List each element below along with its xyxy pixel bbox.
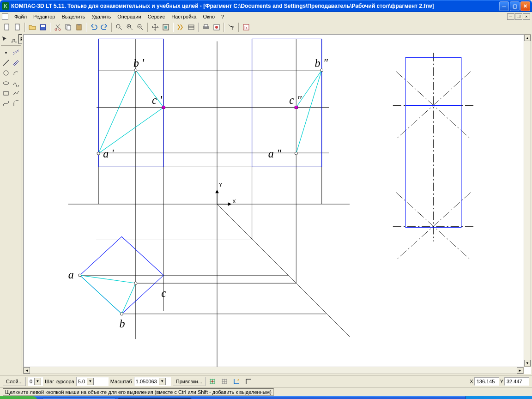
coord-x-field[interactable]: 136.145 [474, 377, 499, 386]
menu-settings[interactable]: Настройка [168, 13, 200, 20]
svg-line-64 [80, 275, 122, 314]
point-tool[interactable] [1, 48, 11, 57]
horizontal-scrollbar[interactable]: ◄ ► [23, 367, 524, 374]
scale-dropdown[interactable]: 1.050063▼ [134, 377, 171, 386]
svg-point-76 [212, 381, 213, 382]
line-tool[interactable] [1, 58, 11, 67]
undo-button[interactable] [89, 22, 99, 32]
svg-rect-7 [67, 25, 71, 30]
scroll-left-button[interactable]: ◄ [24, 367, 30, 374]
menu-help[interactable]: ? [218, 13, 227, 20]
arc-tool[interactable] [11, 68, 21, 78]
axis-x-label: X [232, 199, 236, 204]
mdi-minimize-button[interactable]: ─ [507, 13, 514, 20]
new-doc-button[interactable] [12, 22, 23, 32]
svg-rect-9 [78, 24, 80, 25]
svg-point-69 [79, 274, 81, 277]
cut-button[interactable] [53, 22, 63, 32]
svg-rect-17 [204, 24, 208, 27]
coord-y-field[interactable]: 32.447 [504, 377, 529, 386]
variables-button[interactable]: fx [241, 22, 251, 32]
layer-dropdown[interactable]: 0▼ [28, 377, 43, 386]
print-button[interactable] [201, 22, 211, 32]
layer-button[interactable]: Слой... [3, 377, 26, 386]
ellipse-tool[interactable] [1, 78, 11, 88]
local-cs-button[interactable] [231, 376, 242, 387]
ortho-button[interactable] [243, 376, 254, 387]
menu-window[interactable]: Окно [200, 13, 218, 20]
paste-button[interactable] [74, 22, 84, 32]
drawing-svg: X Y a ' b ' c ' a " b " c " a b c [24, 35, 530, 373]
scroll-up-button[interactable]: ▲ [524, 35, 531, 41]
zoom-window-button[interactable] [114, 22, 124, 32]
spline-tool[interactable] [11, 78, 21, 88]
menu-operations[interactable]: Операции [114, 13, 144, 20]
svg-point-19 [215, 26, 218, 29]
copy-button[interactable] [63, 22, 73, 32]
mdi-close-button[interactable]: × [523, 13, 530, 20]
drawing-canvas[interactable]: X Y a ' b ' c ' a " b " c " a b c ◄ [22, 33, 532, 375]
label-b: b [120, 317, 125, 330]
label-c-prime: c ' [152, 94, 163, 106]
status-bar-controls: Слой... 0▼ Шаг курсора 5.0▼ Масштаб 1.05… [0, 375, 532, 387]
open-button[interactable] [27, 22, 37, 32]
menu-editor[interactable]: Редактор [30, 13, 58, 20]
redo-button[interactable] [99, 22, 109, 32]
svg-line-30 [217, 204, 350, 337]
circle-tool[interactable] [1, 68, 11, 78]
menu-file[interactable]: Файл [11, 13, 30, 20]
svg-rect-15 [188, 25, 194, 30]
step-dropdown[interactable]: 5.0▼ [76, 377, 109, 386]
properties-button[interactable] [212, 22, 222, 32]
snap-grid-button[interactable] [219, 376, 230, 387]
svg-point-65 [97, 152, 100, 155]
app-icon: K [2, 2, 9, 10]
mdi-restore-button[interactable]: ❐ [515, 13, 522, 20]
scale-label: Масштаб [110, 379, 132, 384]
menu-select[interactable]: Выделить [58, 13, 88, 20]
scroll-right-button[interactable]: ► [517, 367, 523, 374]
step-label: Шаг курсора [45, 379, 74, 384]
label-b-prime: b ' [133, 57, 145, 69]
parallel-tool[interactable] [11, 58, 21, 67]
scroll-down-button[interactable]: ▼ [524, 360, 531, 366]
start-button[interactable]: пуск [0, 396, 37, 399]
svg-point-70 [134, 282, 137, 284]
mdi-document-icon[interactable] [2, 13, 8, 20]
hint-text: Щелкните левой кнопкой мыши на объекте д… [3, 388, 274, 396]
aux-line-tool[interactable] [11, 48, 21, 57]
snap-tool[interactable] [10, 34, 18, 44]
label-b-double: b " [315, 57, 328, 69]
svg-text:fx: fx [244, 25, 248, 30]
zoom-in-button[interactable] [125, 22, 135, 32]
zoom-out-button[interactable] [135, 22, 145, 32]
select-tool[interactable] [1, 34, 9, 44]
vertical-scrollbar[interactable]: ▲ ▼ [524, 34, 531, 367]
grid-toggle-button[interactable] [207, 376, 218, 387]
menu-service[interactable]: Сервис [145, 13, 169, 20]
system-tray[interactable]: RU 18:19 [466, 396, 532, 399]
polyline-tool[interactable] [11, 88, 21, 98]
new-button[interactable] [2, 22, 12, 32]
snap-button[interactable]: Привязки... [173, 377, 206, 386]
coord-y-label: Y [500, 379, 503, 384]
axis-y-label: Y [219, 182, 223, 187]
svg-point-67 [295, 152, 297, 155]
zoom-fit-button[interactable] [161, 22, 171, 32]
maximize-button[interactable]: ▢ [510, 1, 520, 11]
taskbar: пуск W my4.doc - Microsoft ... K КОМПАС-… [0, 396, 532, 399]
pan-button[interactable] [150, 22, 160, 32]
minimize-button[interactable]: ─ [499, 1, 509, 11]
bezier-tool[interactable] [1, 98, 11, 108]
chamfer-tool[interactable] [11, 98, 21, 108]
rect-tool[interactable] [1, 88, 11, 98]
label-a: a [68, 268, 74, 281]
save-button[interactable] [38, 22, 48, 32]
layers-button[interactable] [186, 22, 196, 32]
help-button[interactable]: ? [226, 22, 236, 32]
svg-rect-46 [252, 39, 322, 167]
close-button[interactable]: ✕ [520, 1, 530, 11]
refresh-button[interactable] [175, 22, 186, 32]
menu-delete[interactable]: Удалить [88, 13, 114, 20]
coord-x-label: X [470, 379, 473, 384]
